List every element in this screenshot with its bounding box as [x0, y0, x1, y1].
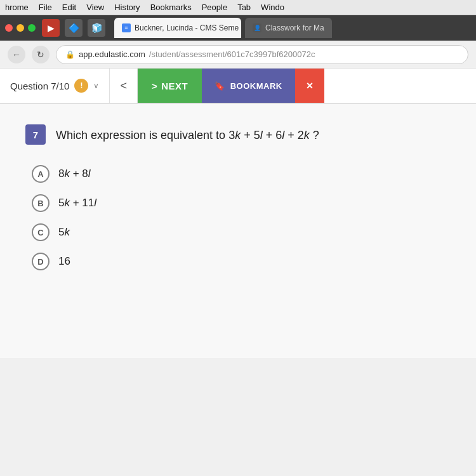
tab1-label: Buckner, Lucinda - CMS Seme: [135, 23, 239, 32]
main-content: 7 Which expression is equivalent to 3k +…: [0, 104, 476, 358]
menu-window[interactable]: Windo: [261, 3, 284, 12]
tab2-favicon: 👤: [253, 23, 261, 32]
menu-bar: hrome File Edit View History Bookmarks P…: [0, 0, 476, 15]
option-d-text: 16: [58, 255, 70, 268]
close-window-btn[interactable]: [5, 24, 13, 32]
next-label: NEXT: [161, 81, 188, 91]
menu-file[interactable]: File: [39, 3, 52, 12]
options-list: A 8k + 8l B 5k + 11l C 5k D 16: [25, 165, 451, 270]
option-c-text: 5k: [58, 226, 70, 239]
tab-nav-icons: ▶ 🔷 🧊: [42, 19, 105, 37]
tab2-label: Classwork for Ma: [265, 23, 324, 32]
menu-bookmarks[interactable]: Bookmarks: [150, 3, 192, 12]
bookmark-icon: 🔖: [215, 81, 225, 91]
question-number-badge: 7: [25, 124, 46, 145]
lock-icon: 🔒: [65, 50, 75, 59]
option-b-text: 5k + 11l: [58, 197, 96, 209]
url-path: /student/assessment/601c7c3997bf6200072c: [149, 50, 315, 59]
option-d[interactable]: D 16: [32, 253, 451, 270]
question-indicator: Question 7/10 ! ∨: [0, 69, 110, 103]
youtube-icon[interactable]: ▶: [42, 19, 60, 37]
menu-tab[interactable]: Tab: [237, 3, 251, 12]
menu-chrome[interactable]: hrome: [5, 3, 29, 12]
option-b-circle: B: [32, 194, 50, 212]
option-a[interactable]: A 8k + 8l: [32, 165, 451, 183]
option-d-circle: D: [32, 253, 50, 270]
option-b[interactable]: B 5k + 11l: [32, 194, 451, 212]
question-label: Question 7/10: [10, 81, 69, 91]
menu-people[interactable]: People: [202, 3, 227, 12]
cube-icon[interactable]: 🧊: [88, 19, 105, 37]
chevron-down-icon[interactable]: ∨: [93, 81, 99, 90]
question-text: Which expression is equivalent to 3k + 5…: [56, 124, 319, 144]
tab-bar: ▶ 🔷 🧊 ≡ Buckner, Lucinda - CMS Seme × 👤 …: [0, 15, 476, 41]
bookmark-label: BOOKMARK: [230, 81, 282, 91]
menu-edit[interactable]: Edit: [62, 3, 76, 12]
back-btn[interactable]: ←: [8, 46, 25, 63]
menu-history[interactable]: History: [114, 3, 140, 12]
tab-1[interactable]: ≡ Buckner, Lucinda - CMS Seme ×: [114, 18, 241, 38]
address-bar: ← ↻ 🔒 app.edulastic.com /student/assessm…: [0, 41, 476, 69]
next-question-btn[interactable]: > NEXT: [138, 69, 202, 103]
extension-icon[interactable]: 🔷: [65, 19, 83, 37]
bookmark-btn[interactable]: 🔖 BOOKMARK: [202, 69, 295, 103]
prev-question-btn[interactable]: <: [110, 69, 138, 103]
question-container: 7 Which expression is equivalent to 3k +…: [25, 124, 451, 145]
option-a-text: 8k + 8l: [58, 168, 91, 180]
url-site: app.edulastic.com: [79, 50, 145, 59]
assessment-toolbar: Question 7/10 ! ∨ < > NEXT 🔖 BOOKMARK ×: [0, 69, 476, 104]
refresh-btn[interactable]: ↻: [32, 46, 50, 63]
next-arrow-icon: >: [152, 81, 157, 91]
close-assessment-btn[interactable]: ×: [295, 69, 325, 103]
option-a-circle: A: [32, 165, 50, 183]
minimize-window-btn[interactable]: [17, 24, 24, 32]
close-icon: ×: [307, 79, 314, 93]
option-c[interactable]: C 5k: [32, 223, 451, 241]
alert-icon: !: [74, 79, 88, 93]
option-c-circle: C: [32, 223, 50, 241]
maximize-window-btn[interactable]: [28, 24, 36, 32]
menu-view[interactable]: View: [86, 3, 104, 12]
tab-2[interactable]: 👤 Classwork for Ma: [245, 18, 332, 38]
url-bar[interactable]: 🔒 app.edulastic.com /student/assessment/…: [56, 45, 468, 64]
window-controls: [5, 24, 36, 32]
tab1-favicon: ≡: [122, 23, 131, 32]
